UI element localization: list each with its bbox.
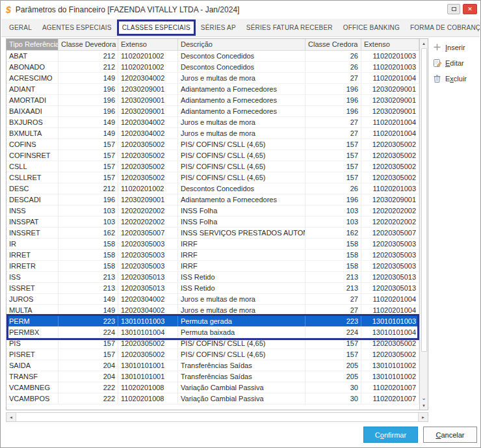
table-row[interactable]: VCAMBNEG22211020201008Variação Cambial P…	[6, 382, 419, 393]
maximize-button[interactable]	[447, 4, 460, 14]
cell: 12030209001	[361, 106, 419, 116]
cell: ISS	[6, 272, 58, 282]
scroll-up-icon[interactable]: ▲	[420, 39, 428, 47]
table-row[interactable]: CSLL15712020305002PIS/ COFINS/ CSLL (4,6…	[6, 161, 419, 172]
cell: 11020201004	[361, 73, 419, 83]
table-row[interactable]: PERM22313010101003Permuta gerada22313010…	[6, 316, 419, 327]
table-row[interactable]: AMORTADI19612030209001Adiantamento a For…	[6, 95, 419, 106]
confirm-button[interactable]: Confirmar	[363, 427, 418, 443]
cell: Juros e multas de mora	[178, 305, 306, 315]
table-row[interactable]: IRRET15812020305003IRRF15812020305003	[6, 250, 419, 261]
table-row[interactable]: ABONADO21211020201002Descontos Concedido…	[6, 62, 419, 73]
plus-icon	[432, 42, 442, 52]
table-row[interactable]: COFINSRET15712020305002PIS/ COFINS/ CSLL…	[6, 150, 419, 161]
table-row[interactable]: BXMULTA14912020304002Juros e multas de m…	[6, 128, 419, 139]
column-header-extenso[interactable]: Extenso	[361, 39, 419, 50]
cell: 12020202002	[118, 205, 178, 216]
edit-button[interactable]: Editar	[432, 58, 479, 68]
cell: 12020202002	[361, 205, 419, 216]
table-row[interactable]: ABAT21211020201002Descontos Concedidos26…	[6, 51, 419, 62]
cell: 11020201007	[361, 393, 419, 404]
close-button[interactable]: ✕	[463, 4, 477, 14]
delete-button[interactable]: Excluir	[432, 73, 479, 83]
tab-classes-especiais[interactable]: CLASSES ESPECIAIS	[117, 20, 196, 36]
table-row[interactable]: PERMBX22413010101004Permuta baixada22413…	[6, 327, 419, 338]
grid-rows: ABAT21211020201002Descontos Concedidos26…	[6, 51, 419, 404]
table-row[interactable]: MULTA14912020304002Juros e multas de mor…	[6, 305, 419, 316]
scroll-left-icon[interactable]: ◄	[6, 413, 16, 421]
table-row[interactable]: TRANSF20413010101001Transferências Saída…	[6, 371, 419, 382]
cell: INSS Folha	[178, 205, 306, 216]
table-row[interactable]: DESC21211020201002Descontos Concedidos26…	[6, 183, 419, 194]
table-row[interactable]: INSS10312020202002INSS Folha103120202020…	[6, 205, 419, 217]
table-row[interactable]: SAIDA20413010101001Transferências Saídas…	[6, 360, 419, 371]
cell: PIS/ COFINS/ CSLL (4,65)	[178, 150, 306, 161]
cell: PIS/ COFINS/ CSLL (4,65)	[178, 338, 306, 349]
table-row[interactable]: DESCADI19612030209001Adiantamento a Forn…	[6, 194, 419, 205]
table-row[interactable]: ISSRET21312020305013ISS Retido2131202030…	[6, 283, 419, 294]
table-row[interactable]: PIS15712020305002PIS/ COFINS/ CSLL (4,65…	[6, 338, 419, 349]
title-bar[interactable]: $ Parâmetros do Financeiro [FAZENDA VITA…	[1, 1, 480, 19]
cell: 196	[306, 106, 361, 116]
vertical-scrollbar-thumb[interactable]	[421, 48, 427, 352]
cell: SAIDA	[6, 360, 58, 371]
table-row[interactable]: ACRESCIMO14912020304002Juros e multas de…	[6, 73, 419, 84]
cell: PIS/ COFINS/ CSLL (4,65)	[178, 139, 306, 150]
cell: 158	[58, 250, 118, 260]
column-header-tipo-refer-ncia[interactable]: Tipo Referência	[6, 39, 58, 50]
column-header-extenso[interactable]: Extenso	[118, 39, 178, 50]
cell: IR	[6, 239, 58, 249]
tab-s-ries-fatura-receber[interactable]: SÉRIES FATURA RECEBER	[241, 19, 338, 36]
vertical-scrollbar-track[interactable]	[420, 47, 428, 394]
table-row[interactable]: INSSPAT10312020202002INSS Folha103120202…	[6, 217, 419, 228]
tab-geral[interactable]: GERAL	[4, 19, 37, 36]
window-title: Parâmetros do Financeiro [FAZENDA VITALL…	[16, 5, 240, 14]
cell: ISSRET	[6, 283, 58, 293]
tab-s-ries-ap[interactable]: SÉRIES AP	[196, 19, 241, 36]
table-row[interactable]: IR15812020305003IRRF15812020305003	[6, 239, 419, 250]
edit-label: Editar	[445, 59, 464, 67]
table-row[interactable]: CSLLRET15712020305002PIS/ COFINS/ CSLL (…	[6, 172, 419, 183]
cell: 11020201003	[361, 51, 419, 61]
vertical-scrollbar[interactable]: ▲ ⌄ ▼	[419, 39, 428, 410]
horizontal-scrollbar-track[interactable]	[16, 413, 418, 421]
tab-forma-de-cobran-a[interactable]: FORMA DE COBRANÇA	[405, 19, 480, 36]
tab-office-banking[interactable]: OFFICE BANKING	[338, 19, 405, 36]
table-row[interactable]: VCAMBPOS22211020201008Variação Cambial P…	[6, 393, 419, 404]
cell: 158	[58, 239, 118, 249]
cell: 12020305013	[361, 272, 419, 282]
table-row[interactable]: IRRETR15812020305003IRRF15812020305003	[6, 261, 419, 272]
table-row[interactable]: COFINS15712020305002PIS/ COFINS/ CSLL (4…	[6, 139, 419, 150]
cell: Transferências Saídas	[178, 371, 306, 382]
cell: 13010101003	[361, 316, 419, 326]
cell: 26	[306, 51, 361, 61]
scroll-down-icon[interactable]: ▼	[420, 401, 428, 410]
table-row[interactable]: JUROS14912020304002Juros e multas de mor…	[6, 294, 419, 305]
column-header-descri-o[interactable]: Descrição	[178, 39, 306, 50]
column-header-classe-credora[interactable]: Classe Credora	[306, 39, 361, 50]
cell: 196	[58, 106, 118, 116]
cell: 157	[58, 161, 118, 172]
cell: 11020201003	[361, 62, 419, 72]
table-row[interactable]: PISRET15712020305002PIS/ COFINS/ CSLL (4…	[6, 349, 419, 360]
table-row[interactable]: ISS21312020305013ISS Retido2131202030501…	[6, 272, 419, 283]
close-icon: ✕	[467, 6, 473, 12]
scroll-right-icon[interactable]: ►	[418, 413, 428, 421]
cell: DESCADI	[6, 194, 58, 205]
tab-agentes-especiais[interactable]: AGENTES ESPECIAIS	[37, 19, 117, 36]
insert-button[interactable]: Inserir	[432, 42, 479, 52]
horizontal-scrollbar[interactable]: ◄ ►	[6, 412, 428, 422]
cell: 13010101001	[118, 371, 178, 382]
cell: ACRESCIMO	[6, 73, 58, 83]
cancel-button[interactable]: Cancelar	[423, 427, 477, 443]
cell: 103	[306, 217, 361, 227]
maximize-icon	[452, 7, 456, 11]
cell: Variação Cambial Passiva	[178, 393, 306, 404]
table-row[interactable]: BAIXAADI19612030209001Adiantamento a For…	[6, 106, 419, 117]
cell: Descontos Concedidos	[178, 62, 306, 72]
column-header-classe-devedora[interactable]: Classe Devedora	[58, 39, 118, 50]
scroll-fast-down-icon[interactable]: ⌄	[420, 394, 428, 401]
table-row[interactable]: ADIANT19612030209001Adiantamento a Forne…	[6, 84, 419, 95]
table-row[interactable]: BXJUROS14912020304002Juros e multas de m…	[6, 117, 419, 128]
table-row[interactable]: INSSRET16212020305007INSS SERVIÇOS PREST…	[6, 228, 419, 239]
